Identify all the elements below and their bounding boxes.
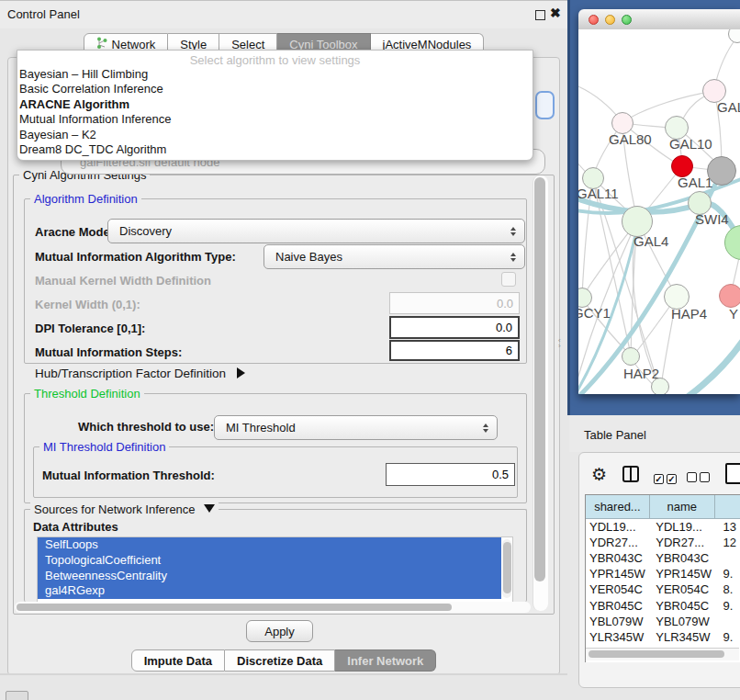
table-row[interactable]: YDL19...YDL19...13 <box>586 519 740 535</box>
network-node[interactable] <box>651 378 669 394</box>
inference-algorithm-combo-edge[interactable] <box>535 91 555 119</box>
table-cell: YLR345W <box>586 630 652 644</box>
node-label: GAL <box>717 99 740 115</box>
table-row[interactable]: YER054CYER054C8. <box>586 581 740 597</box>
mi-threshold-label: Mutual Information Threshold: <box>42 469 215 482</box>
table-cell: YBR043C <box>586 551 652 565</box>
table-settings-gear-icon[interactable]: ⚙ <box>591 464 607 485</box>
attr-list-scroll-thumb[interactable] <box>503 542 511 593</box>
new-table-icon[interactable] <box>725 463 740 484</box>
hub-definition-toggle[interactable]: Hub/Transcription Factor Definition <box>35 367 245 380</box>
network-node-y[interactable] <box>719 284 740 308</box>
attribute-item-selfloops[interactable]: SelfLoops <box>38 537 501 553</box>
window-zoom-icon[interactable] <box>622 15 632 25</box>
column-header-shared-name[interactable]: shared... <box>586 495 650 519</box>
settings-vertical-scroll-thumb[interactable] <box>534 177 545 581</box>
mi-algorithm-type-combo[interactable]: Naive Bayes <box>263 244 525 269</box>
table-cell: YER054C <box>652 582 719 596</box>
collapse-arrow-icon[interactable] <box>204 504 215 513</box>
mi-threshold-group-title: MI Threshold Definition <box>39 440 169 454</box>
algorithm-option-dream8-dc-tdc-algorithm[interactable]: Dream8 DC_TDC Algorithm <box>17 142 533 157</box>
table-horizontal-scroll-thumb[interactable] <box>589 650 724 658</box>
network-canvas[interactable]: GALGAL80GAL10GAL1GAL11SWI4GAL4GCY1HAP4YH… <box>578 29 740 394</box>
sources-title-text: Sources for Network Inference <box>34 502 196 516</box>
table-cell: YBL079W <box>586 615 652 628</box>
network-node[interactable] <box>707 156 736 186</box>
table-cell: YBR045C <box>586 599 652 613</box>
select-all-checkboxes-icon[interactable]: ✓✓ <box>654 469 679 486</box>
table-cell: 9. <box>720 599 740 613</box>
attribute-item-gal4rgexp[interactable]: gal4RGexp <box>38 583 501 599</box>
float-panel-icon[interactable] <box>535 10 545 20</box>
table-cell: 9. <box>720 630 740 644</box>
table-row[interactable]: YDR27...YDR27...12 <box>586 535 740 550</box>
data-attributes-list[interactable]: SelfLoopsTopologicalCoefficientBetweenne… <box>37 536 513 603</box>
node-label: GCY1 <box>578 305 611 321</box>
table-cell: YER054C <box>586 582 652 596</box>
node-label: GAL11 <box>578 186 619 201</box>
threshold-definition-title: Threshold Definition <box>30 387 144 401</box>
combo-arrows-icon <box>510 227 516 236</box>
mi-steps-field[interactable] <box>389 340 520 361</box>
network-window-titlebar[interactable] <box>578 9 740 30</box>
table-cell: YPR145W <box>586 567 652 581</box>
network-node-gal4[interactable] <box>622 206 653 237</box>
mi-algorithm-type-value: Naive Bayes <box>275 250 342 264</box>
node-label: HAP4 <box>671 306 707 322</box>
table-row[interactable]: YBR043CYBR043C <box>586 550 740 566</box>
table-row[interactable]: YBL079WYBL079W <box>586 614 740 629</box>
window-close-icon[interactable] <box>589 15 599 25</box>
kernel-width-field[interactable] <box>389 292 520 314</box>
table-cell: YPR145W <box>652 567 719 581</box>
corner-widget[interactable] <box>6 691 28 700</box>
network-node-hap2[interactable] <box>622 347 640 366</box>
kernel-width-label: Kernel Width (0,1): <box>35 298 140 311</box>
table-cell: YDR27... <box>586 536 652 549</box>
window-minimize-icon[interactable] <box>605 15 615 25</box>
algorithm-option-bayesian-hill-climbing[interactable]: Bayesian – Hill Climbing <box>17 67 533 82</box>
deselect-all-checkboxes-icon[interactable] <box>687 469 712 486</box>
algorithm-definition-title: Algorithm Definition <box>30 192 141 206</box>
algorithm-option-mutual-information-inference[interactable]: Mutual Information Inference <box>17 112 533 127</box>
table-row[interactable]: YBR045CYBR045C9. <box>586 597 740 613</box>
manual-kernel-width-checkbox[interactable] <box>501 272 516 287</box>
combo-arrows-icon <box>483 423 488 433</box>
tab-impute-data[interactable]: Impute Data <box>131 649 225 672</box>
manual-kernel-width-label: Manual Kernel Width Definition <box>35 274 211 288</box>
table-rows: YDL19...YDL19...13YDR27...YDR27...12YBR0… <box>586 519 740 660</box>
network-window[interactable]: GALGAL80GAL10GAL1GAL11SWI4GAL4GCY1HAP4YH… <box>578 9 740 394</box>
table-row[interactable]: YPR145WYPR145W9. <box>586 566 740 581</box>
tab-label: Impute Data <box>144 654 212 668</box>
attr-list-scrollbar[interactable] <box>502 539 511 598</box>
expand-arrow-icon <box>237 367 245 378</box>
apply-button[interactable]: Apply <box>246 620 313 642</box>
node-label: Y <box>729 306 738 322</box>
split-columns-icon[interactable] <box>622 466 639 482</box>
mi-algorithm-type-label: Mutual Information Algorithm Type: <box>35 250 236 264</box>
table-cell: YBL079W <box>652 615 719 628</box>
aracne-mode-combo[interactable]: Discovery <box>107 219 525 243</box>
table-row[interactable]: YLR345WYLR345W9. <box>586 629 740 645</box>
which-threshold-label: Which threshold to use: <box>78 420 214 434</box>
node-table[interactable]: shared... name YDL19...YDL19...13YDR27..… <box>585 494 740 662</box>
column-header-cut[interactable] <box>715 495 740 519</box>
attribute-item-betweennesscentrality[interactable]: BetweennessCentrality <box>38 569 501 584</box>
close-panel-icon[interactable]: ✖ <box>550 6 561 20</box>
tab-infer-network[interactable]: Infer Network <box>335 649 436 672</box>
algorithm-option-aracne-algorithm[interactable]: ARACNE Algorithm <box>17 97 533 112</box>
tab-discretize-data[interactable]: Discretize Data <box>225 649 335 672</box>
which-threshold-combo[interactable]: MI Threshold <box>214 415 498 440</box>
splitter-handle[interactable]: ‹› <box>558 338 567 349</box>
attribute-item-topologicalcoefficient[interactable]: TopologicalCoefficient <box>38 553 501 569</box>
node-label: GAL80 <box>609 131 652 147</box>
dpi-tolerance-field[interactable] <box>389 316 520 339</box>
panel-bottom-divider <box>0 673 567 675</box>
algorithm-option-bayesian-k2[interactable]: Bayesian – K2 <box>17 128 533 142</box>
table-panel-title: Table Panel <box>584 428 646 442</box>
column-header-name[interactable]: name <box>650 495 715 519</box>
node-label: GAL10 <box>669 136 712 152</box>
algorithm-option-basic-correlation-inference[interactable]: Basic Correlation Inference <box>17 82 533 96</box>
mi-threshold-field[interactable] <box>386 463 515 486</box>
settings-horizontal-scroll-thumb[interactable] <box>17 604 452 611</box>
data-attributes-label: Data Attributes <box>33 520 118 534</box>
